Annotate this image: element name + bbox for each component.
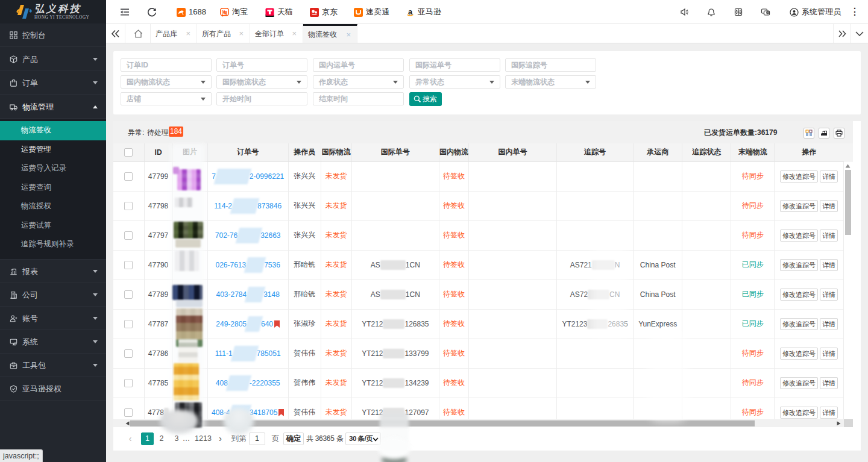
svg-text:淘: 淘: [221, 10, 227, 16]
